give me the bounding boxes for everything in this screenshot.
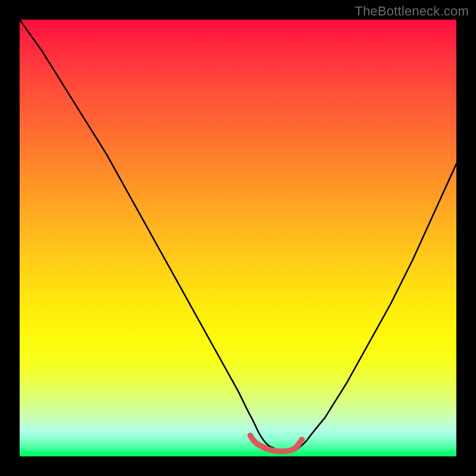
optimal-range-end-dot [299,437,305,443]
curve-layer [20,20,456,456]
chart-frame: TheBottleneck.com [0,0,476,476]
plot-area [20,20,456,456]
watermark-text: TheBottleneck.com [355,4,469,19]
optimal-range-marker [250,436,300,452]
bottleneck-curve [20,20,456,452]
